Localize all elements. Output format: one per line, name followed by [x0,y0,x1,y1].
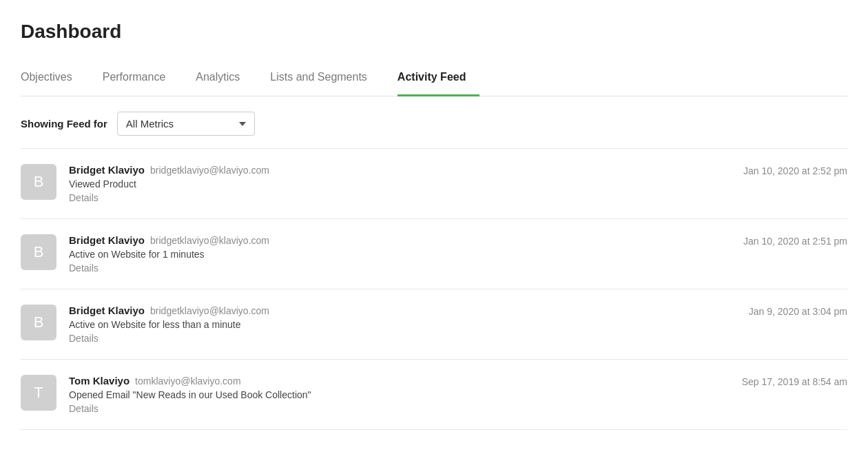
feed-content-3: Tom Klaviyo tomklaviyo@klaviyo.com Opene… [69,375,728,414]
feed-action-1: Active on Website for 1 minutes [69,249,730,260]
feed-content-1: Bridget Klaviyo bridgetklaviyo@klaviyo.c… [69,234,730,274]
feed-timestamp-1: Jan 10, 2020 at 2:51 pm [743,234,847,247]
tab-activity-feed[interactable]: Activity Feed [397,63,480,96]
feed-name-2: Bridget Klaviyo [69,305,145,316]
avatar-3: T [21,375,56,411]
avatar-2: B [21,305,56,340]
feed-content-2: Bridget Klaviyo bridgetklaviyo@klaviyo.c… [69,305,735,344]
feed-email-0: bridgetklaviyo@klaviyo.com [150,165,269,176]
filter-bar: Showing Feed for All MetricsViewed Produ… [21,96,847,149]
feed-timestamp-3: Sep 17, 2019 at 8:54 am [742,375,847,387]
tab-lists-segments[interactable]: Lists and Segments [270,63,381,96]
feed-name-0: Bridget Klaviyo [69,164,145,176]
feed-details-link-2[interactable]: Details [69,333,735,344]
feed-details-link-1[interactable]: Details [69,263,730,274]
feed-content-0: Bridget Klaviyo bridgetklaviyo@klaviyo.c… [69,164,730,203]
feed-details-link-0[interactable]: Details [69,192,730,203]
feed-timestamp-0: Jan 10, 2020 at 2:52 pm [743,164,847,176]
tab-analytics[interactable]: Analytics [196,63,254,96]
metrics-filter-select[interactable]: All MetricsViewed ProductActive on Websi… [117,112,255,136]
avatar-1: B [21,234,56,270]
tab-performance[interactable]: Performance [103,63,180,96]
feed-name-3: Tom Klaviyo [69,375,130,387]
feed-action-3: Opened Email "New Reads in our Used Book… [69,389,728,400]
tab-objectives[interactable]: Objectives [21,63,86,96]
feed-item-3: T Tom Klaviyo tomklaviyo@klaviyo.com Ope… [21,360,847,430]
feed-email-3: tomklaviyo@klaviyo.com [135,376,240,387]
page-title: Dashboard [21,21,847,43]
feed-action-0: Viewed Product [69,178,730,189]
feed-details-link-3[interactable]: Details [69,403,728,414]
feed-email-2: bridgetklaviyo@klaviyo.com [150,305,269,316]
feed-item-1: B Bridget Klaviyo bridgetklaviyo@klaviyo… [21,219,847,289]
filter-label: Showing Feed for [21,118,107,130]
feed-item-0: B Bridget Klaviyo bridgetklaviyo@klaviyo… [21,149,847,219]
feed-action-2: Active on Website for less than a minute [69,319,735,330]
feed-name-1: Bridget Klaviyo [69,234,145,246]
activity-feed-list: B Bridget Klaviyo bridgetklaviyo@klaviyo… [21,149,847,430]
feed-timestamp-2: Jan 9, 2020 at 3:04 pm [749,305,847,317]
tab-nav: ObjectivesPerformanceAnalyticsLists and … [21,62,847,96]
feed-item-2: B Bridget Klaviyo bridgetklaviyo@klaviyo… [21,289,847,360]
avatar-0: B [21,164,56,200]
feed-email-1: bridgetklaviyo@klaviyo.com [150,235,269,246]
